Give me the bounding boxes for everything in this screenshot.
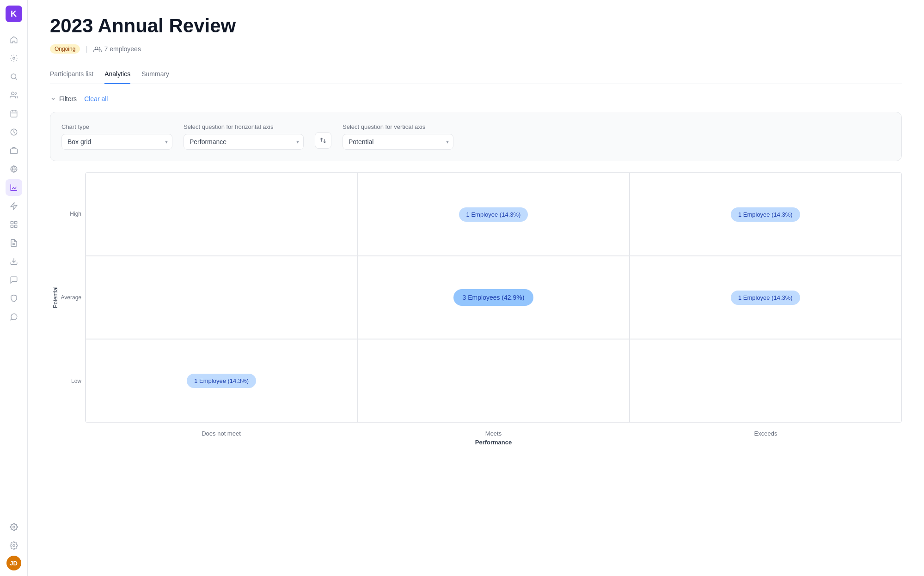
y-axis-label: Potential <box>50 172 61 423</box>
sidebar-item-notifications[interactable] <box>6 50 22 67</box>
swap-icon <box>319 137 327 144</box>
bubble-high-meets: 1 Employee (14.3%) <box>459 207 528 222</box>
filters-bar: Filters Clear all <box>50 95 902 103</box>
sidebar-item-settings2[interactable] <box>6 537 22 554</box>
tab-participants[interactable]: Participants list <box>50 67 93 84</box>
svg-point-11 <box>12 526 15 528</box>
controls-box: Chart type Box grid Scatter plot Bar cha… <box>50 112 902 161</box>
svg-point-1 <box>11 74 16 79</box>
svg-rect-7 <box>11 221 13 224</box>
clear-all-button[interactable]: Clear all <box>84 95 108 103</box>
cell-high-meets: 1 Employee (14.3%) <box>357 173 629 256</box>
swap-axes-button[interactable] <box>315 132 331 149</box>
people-icon <box>93 46 102 52</box>
sidebar-item-people[interactable] <box>6 87 22 103</box>
sidebar-item-home[interactable] <box>6 31 22 48</box>
horiz-axis-select[interactable]: Performance Potential Engagement <box>184 134 304 150</box>
app-logo[interactable]: K <box>6 6 22 22</box>
main-content: 2023 Annual Review Ongoing | 7 employees… <box>28 0 924 576</box>
svg-point-12 <box>12 545 15 547</box>
meta-divider: | <box>86 45 87 53</box>
sidebar-item-bubble[interactable] <box>6 309 22 325</box>
svg-point-13 <box>95 47 98 50</box>
x-axis-label: Performance <box>85 439 902 446</box>
sidebar-item-globe[interactable] <box>6 161 22 177</box>
chart-type-select-wrapper: Box grid Scatter plot Bar chart ▾ <box>61 134 172 150</box>
svg-rect-5 <box>10 149 17 154</box>
chevron-down-icon <box>50 96 56 102</box>
x-tick-meets: Meets <box>357 426 630 437</box>
sidebar-item-calendar[interactable] <box>6 105 22 122</box>
status-badge: Ongoing <box>50 44 80 54</box>
box-grid-chart: Potential High Average Low 1 Employee (1… <box>50 172 902 423</box>
cell-low-meets <box>357 339 629 422</box>
horiz-axis-select-wrapper: Performance Potential Engagement ▾ <box>184 134 304 150</box>
y-tick-average: Average <box>61 256 81 340</box>
svg-rect-9 <box>11 225 13 228</box>
sidebar-item-search[interactable] <box>6 68 22 85</box>
vert-axis-select-wrapper: Potential Performance Engagement ▾ <box>343 134 453 150</box>
page-meta: Ongoing | 7 employees <box>50 44 902 54</box>
vert-axis-label: Select question for vertical axis <box>343 123 453 130</box>
cell-high-doesnotmeet <box>86 173 357 256</box>
chart-type-control: Chart type Box grid Scatter plot Bar cha… <box>61 123 172 150</box>
svg-point-0 <box>12 57 15 60</box>
sidebar-item-settings1[interactable] <box>6 519 22 535</box>
y-tick-low: Low <box>71 339 81 423</box>
bubble-average-exceeds: 1 Employee (14.3%) <box>731 291 800 305</box>
sidebar-item-briefcase[interactable] <box>6 142 22 159</box>
sidebar-item-analytics[interactable] <box>6 179 22 196</box>
employee-count-group: 7 employees <box>93 45 141 53</box>
bubble-high-exceeds: 1 Employee (14.3%) <box>731 207 800 222</box>
employee-count: 7 employees <box>104 45 141 53</box>
sidebar-item-lightning[interactable] <box>6 198 22 214</box>
svg-rect-8 <box>14 221 17 224</box>
cell-average-doesnotmeet <box>86 256 357 339</box>
cell-average-meets: 3 Employees (42.9%) <box>357 256 629 339</box>
horiz-axis-control: Select question for horizontal axis Perf… <box>184 123 304 150</box>
bubble-average-meets: 3 Employees (42.9%) <box>453 289 534 306</box>
horiz-axis-label: Select question for horizontal axis <box>184 123 304 130</box>
tab-bar: Participants list Analytics Summary <box>50 67 902 84</box>
svg-point-2 <box>11 92 14 95</box>
x-tick-doesnotmeet: Does not meet <box>85 426 357 437</box>
sidebar-item-shield[interactable] <box>6 290 22 307</box>
page-title: 2023 Annual Review <box>50 15 902 37</box>
chart-type-label: Chart type <box>61 123 172 130</box>
svg-rect-3 <box>11 111 17 117</box>
x-axis-ticks: Does not meet Meets Exceeds <box>85 426 902 437</box>
y-tick-high: High <box>70 172 81 256</box>
svg-rect-10 <box>14 225 17 228</box>
vert-axis-select[interactable]: Potential Performance Engagement <box>343 134 453 150</box>
vert-axis-control: Select question for vertical axis Potent… <box>343 123 453 150</box>
cell-low-doesnotmeet: 1 Employee (14.3%) <box>86 339 357 422</box>
sidebar-item-grid[interactable] <box>6 216 22 233</box>
sidebar: K <box>0 0 28 576</box>
sidebar-item-clock[interactable] <box>6 124 22 140</box>
tab-summary[interactable]: Summary <box>141 67 169 84</box>
tab-analytics[interactable]: Analytics <box>104 67 130 84</box>
filters-toggle[interactable]: Filters <box>50 95 77 103</box>
x-tick-exceeds: Exceeds <box>630 426 902 437</box>
chart-type-select[interactable]: Box grid Scatter plot Bar chart <box>61 134 172 150</box>
avatar[interactable]: JD <box>6 556 21 570</box>
sidebar-item-document[interactable] <box>6 235 22 251</box>
sidebar-item-download[interactable] <box>6 253 22 270</box>
cell-low-exceeds <box>630 339 901 422</box>
grid: 1 Employee (14.3%) 1 Employee (14.3%) 3 … <box>85 172 902 423</box>
cell-average-exceeds: 1 Employee (14.3%) <box>630 256 901 339</box>
cell-high-exceeds: 1 Employee (14.3%) <box>630 173 901 256</box>
y-axis-ticks: High Average Low <box>61 172 85 423</box>
bubble-low-doesnotmeet: 1 Employee (14.3%) <box>187 374 256 388</box>
sidebar-item-chat[interactable] <box>6 272 22 288</box>
